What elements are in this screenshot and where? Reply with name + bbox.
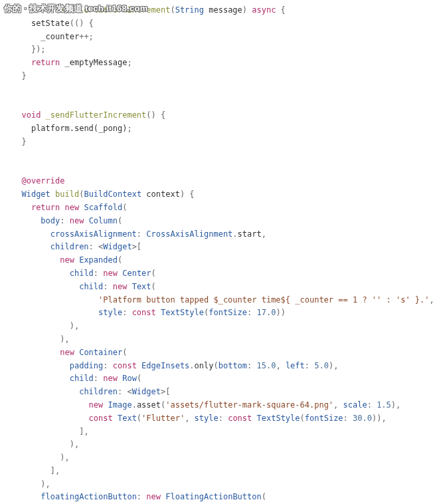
token-type: String (175, 5, 204, 15)
token-punc: >[ (132, 242, 141, 251)
token-plain (137, 361, 141, 370)
token-param: child (79, 282, 103, 291)
code-line: void _sendFlutterIncrement() { (12, 110, 165, 120)
code-line: children: <Widget>[ (12, 387, 170, 396)
token-punc: ), (329, 361, 338, 370)
token-num: 15.0 (257, 361, 276, 370)
token-str: 'assets/flutter-mark-square-64.png' (165, 400, 333, 410)
token-name: build (55, 189, 79, 199)
code-line: platform.send(_pong); (12, 124, 132, 133)
code-line: return new Scaffold( (12, 203, 127, 212)
token-kw: return (31, 203, 60, 212)
code-line: const Text('Flutter', style: const TextS… (12, 414, 387, 423)
token-type: Center (122, 269, 151, 278)
code-line: @override (12, 176, 64, 186)
token-plain: _counter (41, 32, 79, 41)
token-punc: : (367, 400, 377, 410)
token-type: BuildContext (84, 189, 141, 199)
token-kw: new (89, 400, 104, 410)
code-line: child: new Center( (12, 269, 156, 278)
token-punc: )) (276, 308, 285, 317)
token-plain: _emptyMessage (60, 58, 127, 67)
token-param: bottom (219, 361, 247, 370)
token-type: Text (118, 414, 137, 423)
token-punc: . (132, 400, 137, 410)
token-punc: , (185, 414, 194, 423)
token-kw: new (146, 492, 161, 501)
token-punc: : < (118, 387, 132, 396)
token-type: TextStyle (161, 308, 204, 317)
token-punc: ], (50, 466, 60, 475)
token-param: child (70, 269, 94, 278)
token-param: children (79, 387, 118, 396)
token-param: child (70, 374, 94, 383)
code-line: new Image.asset('assets/flutter-mark-squ… (12, 400, 400, 410)
token-num: 30.0 (353, 414, 372, 423)
token-kw: new (103, 269, 118, 278)
token-param: scale (343, 400, 367, 410)
token-punc: ( (151, 269, 156, 278)
token-punc: , (333, 400, 343, 410)
token-punc: )), (372, 414, 387, 423)
token-plain: setState (31, 19, 70, 28)
token-kw: new (65, 203, 80, 212)
token-op: ++ (79, 32, 88, 41)
token-punc: : (247, 361, 256, 370)
token-type: Text (132, 282, 151, 291)
token-num: 1.5 (377, 400, 391, 410)
token-punc: : < (89, 242, 104, 251)
token-punc: ), (70, 440, 79, 449)
code-line: } (12, 71, 27, 80)
token-plain: message (204, 5, 242, 15)
token-param: body (41, 216, 60, 225)
token-kw: const (132, 308, 156, 317)
token-kw: const (113, 361, 137, 370)
token-type: Container (79, 348, 122, 357)
token-punc: : (94, 269, 103, 278)
token-kw: return (31, 58, 60, 67)
token-plain (84, 216, 88, 225)
token-punc: . (232, 229, 237, 239)
token-punc: , (276, 361, 285, 370)
code-line: floatingActionButton: new FloatingAction… (12, 492, 266, 501)
token-param: floatingActionButton (41, 492, 137, 501)
token-punc: ( (151, 282, 156, 291)
token-punc: ( (122, 203, 127, 212)
code-line: new Container( (12, 348, 127, 357)
token-param: style (195, 414, 219, 423)
token-punc: ), (60, 453, 69, 462)
code-line: child: new Row( (12, 374, 141, 383)
token-type: Widget (103, 242, 132, 251)
code-line: child: new Text( (12, 282, 156, 291)
token-param: fontSize (305, 414, 343, 423)
token-type: EdgeInsets (141, 361, 189, 370)
token-kw: new (103, 374, 118, 383)
token-plain: asset (137, 400, 161, 410)
token-name: handlePlatformIncrement (60, 5, 170, 15)
token-punc: ( (170, 5, 175, 15)
token-punc: (() { (70, 19, 94, 28)
token-plain (103, 400, 108, 410)
token-kw: new (60, 255, 74, 265)
token-type: Column (89, 216, 118, 225)
code-line: body: new Column( (12, 216, 122, 225)
code-line: } (12, 137, 27, 146)
token-plain (41, 110, 45, 120)
token-anno: @override (21, 176, 64, 186)
token-punc: } (21, 71, 26, 80)
token-type: FloatingActionButton (165, 492, 262, 501)
token-type: Widget (21, 189, 50, 199)
token-kw: const (228, 414, 252, 423)
token-param: padding (70, 361, 104, 370)
token-type: Widget (132, 387, 161, 396)
token-kw: new (60, 348, 74, 357)
token-type: CrossAxisAlignment (146, 229, 232, 239)
token-plain: context (141, 189, 180, 199)
code-line: handlePlatformIncrement(String message) … (12, 5, 286, 15)
token-punc: ( (213, 361, 218, 370)
code-line: ), (12, 479, 50, 489)
token-punc: ( (262, 492, 266, 501)
token-type: Scaffold (84, 203, 122, 212)
token-name: _sendFlutterIncrement (46, 110, 147, 120)
token-param: children (50, 242, 89, 251)
